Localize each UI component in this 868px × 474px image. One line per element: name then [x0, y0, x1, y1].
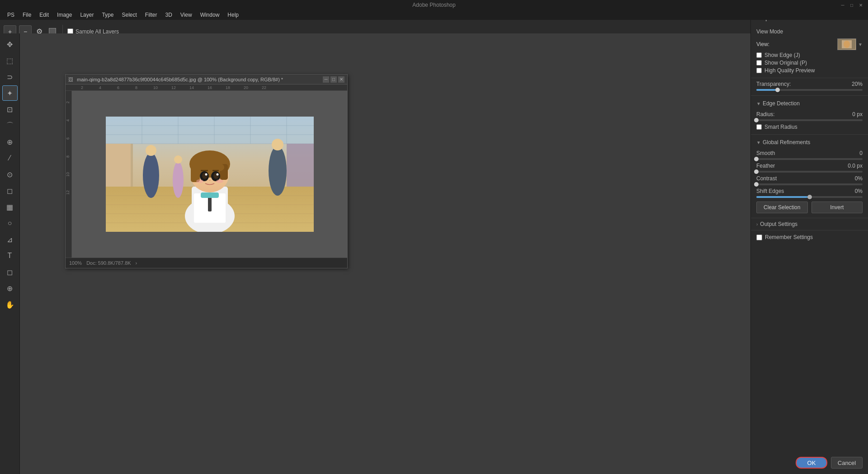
contrast-label: Contrast: [756, 175, 777, 182]
smooth-value: 0: [847, 150, 863, 156]
svg-point-41: [216, 174, 218, 176]
contrast-track[interactable]: [756, 183, 863, 185]
show-edge-checkbox[interactable]: [756, 52, 762, 58]
tool-magic-wand[interactable]: ✦: [3, 86, 17, 100]
high-quality-row: High Quality Preview: [756, 67, 863, 74]
tool-zoom[interactable]: ⊕: [3, 281, 17, 296]
feather-row: Feather 0.0 px: [756, 163, 863, 173]
tool-lasso[interactable]: ⊃: [3, 70, 17, 84]
radius-label-row: Radius: 0 px: [756, 111, 863, 117]
menu-view[interactable]: View: [177, 11, 196, 19]
doc-minimize-button[interactable]: ─: [323, 76, 329, 83]
tool-brush[interactable]: ∕: [3, 151, 17, 165]
tool-clone[interactable]: ⊙: [3, 167, 17, 182]
tool-shapes[interactable]: ◻: [3, 265, 17, 279]
smooth-thumb[interactable]: [754, 157, 759, 161]
minimize-button[interactable]: ─: [839, 1, 846, 9]
left-tool-panel: ✥ ⬚ ⊃ ✦ ⊡ ⌒ ⊕ ∕ ⊙ ◻ ▦ ○ ⊿ T ◻ ⊕ ✋: [0, 33, 20, 474]
view-preview-thumbnail[interactable]: [837, 38, 856, 50]
tool-pen[interactable]: ⊿: [3, 232, 17, 247]
cancel-button[interactable]: Cancel: [831, 457, 863, 469]
feather-value: 0.0 px: [847, 163, 863, 169]
feather-track[interactable]: [756, 171, 863, 173]
tool-move[interactable]: ✥: [3, 37, 17, 52]
svg-point-18: [143, 153, 159, 198]
feather-thumb[interactable]: [754, 169, 759, 174]
canvas-viewport[interactable]: [72, 91, 347, 258]
global-refinements-header[interactable]: ▼ Global Refinements: [756, 137, 863, 147]
tool-crop[interactable]: ⊡: [3, 102, 17, 117]
menu-edit[interactable]: Edit: [36, 11, 52, 19]
shift-edges-thumb[interactable]: [807, 195, 812, 199]
smart-radius-checkbox[interactable]: [756, 124, 762, 130]
bottom-action-buttons: OK Cancel: [796, 457, 863, 469]
menu-image[interactable]: Image: [53, 11, 75, 19]
global-refinements-section: ▼ Global Refinements Smooth 0 Feather 0.…: [751, 135, 868, 218]
tool-eyedropper[interactable]: ⌒: [3, 118, 17, 133]
high-quality-label: High Quality Preview: [764, 67, 815, 74]
menu-3d[interactable]: 3D: [161, 11, 175, 19]
radius-thumb[interactable]: [754, 118, 759, 122]
maximize-button[interactable]: □: [848, 1, 855, 9]
tool-text[interactable]: T: [3, 249, 17, 263]
svg-rect-42: [201, 170, 208, 171]
refinements-buttons: Clear Selection Invert: [756, 202, 863, 213]
tool-heal[interactable]: ⊕: [3, 135, 17, 149]
high-quality-checkbox[interactable]: [756, 68, 762, 73]
tool-dodge[interactable]: ○: [3, 216, 17, 230]
canvas-area[interactable]: 🖼 main-qimg-b2a8d24877b36c9f00044c645b68…: [20, 33, 750, 474]
view-dropdown-arrow[interactable]: ▼: [858, 42, 863, 47]
document-statusbar: 100% Doc: 590.8K/787.8K ›: [66, 258, 347, 268]
menu-ps[interactable]: PS: [4, 11, 18, 19]
document-titlebar: 🖼 main-qimg-b2a8d24877b36c9f00044c645b68…: [66, 75, 347, 84]
transparency-label: Transparency:: [756, 81, 791, 87]
menu-file[interactable]: File: [19, 11, 35, 19]
contrast-label-row: Contrast 0%: [756, 175, 863, 182]
shift-edges-track[interactable]: [756, 196, 863, 198]
contrast-thumb[interactable]: [754, 182, 759, 187]
menu-select[interactable]: Select: [118, 11, 140, 19]
transparency-fill: [756, 89, 778, 91]
output-settings-arrow: ›: [756, 222, 758, 227]
view-mode-label: View Mode: [756, 28, 783, 35]
menu-window[interactable]: Window: [197, 11, 223, 19]
tool-gradient[interactable]: ▦: [3, 200, 17, 214]
show-original-checkbox[interactable]: [756, 60, 762, 66]
tool-eraser[interactable]: ◻: [3, 183, 17, 198]
transparency-track[interactable]: [756, 89, 863, 91]
tool-selection[interactable]: ⬚: [3, 53, 17, 68]
menu-layer[interactable]: Layer: [76, 11, 97, 19]
transparency-thumb[interactable]: [775, 88, 780, 92]
invert-button[interactable]: Invert: [811, 202, 863, 213]
contrast-value: 0%: [847, 175, 863, 182]
output-settings-section[interactable]: › Output Settings: [751, 218, 868, 230]
ok-button[interactable]: OK: [796, 457, 827, 469]
menu-type[interactable]: Type: [98, 11, 117, 19]
edge-detection-header[interactable]: ▼ Edge Detection: [756, 99, 863, 108]
svg-point-48: [844, 41, 850, 48]
menu-filter[interactable]: Filter: [142, 11, 161, 19]
transparency-value: 20%: [847, 81, 863, 87]
svg-point-23: [272, 139, 283, 150]
doc-close-button[interactable]: ✕: [338, 76, 344, 83]
smooth-track[interactable]: [756, 158, 863, 160]
doc-maximize-button[interactable]: □: [330, 76, 337, 83]
view-mode-header: View Mode: [756, 27, 863, 37]
radius-row: Radius: 0 px: [756, 111, 863, 121]
remember-settings-label: Remember Settings: [765, 234, 813, 240]
menu-help[interactable]: Help: [224, 11, 242, 19]
status-arrow[interactable]: ›: [136, 260, 137, 266]
svg-point-22: [269, 146, 287, 196]
svg-point-20: [173, 162, 184, 198]
close-button[interactable]: ✕: [857, 1, 864, 9]
radius-label: Radius:: [756, 111, 775, 117]
remember-settings-checkbox[interactable]: [756, 235, 762, 240]
radius-track[interactable]: [756, 119, 863, 121]
svg-point-45: [216, 179, 223, 183]
horizontal-ruler: 2 4 6 8 10 12 14 16 18 20 22: [66, 84, 347, 91]
view-mode-section: View Mode View: ▼ Show Edge (J) Show: [751, 24, 868, 78]
shift-edges-label-row: Shift Edges 0%: [756, 188, 863, 194]
tool-hand[interactable]: ✋: [3, 297, 17, 312]
clear-selection-button[interactable]: Clear Selection: [756, 202, 808, 213]
view-label: View:: [756, 41, 769, 47]
